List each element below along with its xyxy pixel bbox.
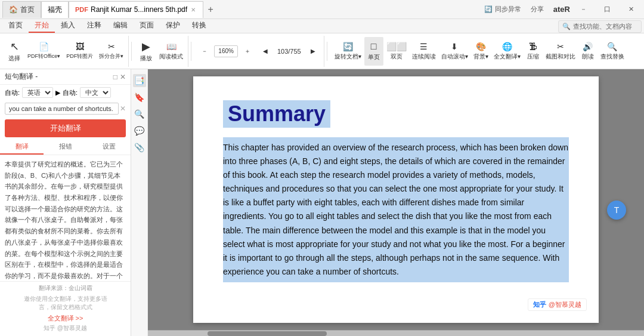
- ribbon-tabs: 首页 开始 插入 注释 编辑 页面 保护 转换 🔍 查找功能、文档内容: [0, 19, 644, 33]
- tab-add-button[interactable]: +: [203, 2, 218, 17]
- prev-page-button[interactable]: ◀: [257, 45, 274, 57]
- zoom-out-button[interactable]: －: [196, 45, 213, 57]
- background-label: 背景▾: [473, 53, 488, 61]
- zhihu-text: @智慕灵越: [549, 300, 581, 309]
- close-button[interactable]: ✕: [620, 1, 642, 18]
- compress-label: 压缩: [527, 53, 539, 61]
- panel-tab-error[interactable]: 报错: [44, 140, 87, 155]
- pdf-comment-icon[interactable]: 💬: [133, 124, 146, 137]
- panel-tab-settings[interactable]: 设置: [87, 140, 131, 155]
- continuous-label: 连续阅读: [412, 53, 436, 61]
- panel-header: 短句翻译 - □ ✕: [0, 69, 131, 85]
- zhihu-icon: 知乎: [533, 300, 546, 309]
- title-right-controls: 🔄 同步异常 分享 ateR － 口 ✕: [484, 1, 642, 18]
- hscroll-thumb[interactable]: [208, 331, 327, 336]
- ribbon-tab-home[interactable]: 首页: [2, 19, 29, 33]
- input-row: ✕: [0, 100, 131, 117]
- tab-foxit[interactable]: 福壳: [41, 1, 69, 18]
- panel-close-icon[interactable]: ✕: [120, 73, 126, 81]
- pdf-to-office-button[interactable]: 📄 PDF转Office▾: [25, 37, 63, 66]
- to-lang-select[interactable]: 中文: [80, 87, 111, 98]
- full-trans-link[interactable]: 全文翻译 >>: [48, 315, 83, 322]
- from-lang-select[interactable]: 英语: [22, 87, 53, 98]
- compress-button[interactable]: 🗜 压缩: [524, 37, 543, 66]
- ribbon-tab-comment[interactable]: 注释: [81, 19, 107, 33]
- toolbar: ↖ 选择 📄 PDF转Office▾ 🖼 PDF转图片 ✂ 拆分合并▾ ▶ 播放…: [0, 33, 644, 69]
- panel-pin-icon[interactable]: □: [113, 73, 117, 81]
- ribbon-tab-start[interactable]: 开始: [29, 19, 55, 33]
- tab-home[interactable]: 🏠 首页: [2, 1, 41, 18]
- ribbon-tab-protect[interactable]: 保护: [160, 19, 186, 33]
- pdf-thumbnail-icon[interactable]: 📑: [133, 74, 146, 87]
- ribbon-tab-insert[interactable]: 插入: [55, 19, 81, 33]
- ribbon-tab-convert[interactable]: 转换: [186, 19, 212, 33]
- search-icon: 🔍: [562, 23, 571, 30]
- title-bar: 🏠 首页 福壳 PDF Ranjit Kumar 5...inners 5th.…: [0, 0, 644, 19]
- pdf-to-image-button[interactable]: 🖼 PDF转图片: [64, 37, 95, 66]
- pdf-bookmark-icon[interactable]: 🔖: [133, 91, 146, 104]
- double-page-button[interactable]: ⬜⬜ 双页: [384, 37, 409, 66]
- tab-foxit-label: 福壳: [48, 5, 62, 15]
- minimize-button[interactable]: －: [572, 1, 594, 18]
- tab-pdf-doc[interactable]: PDF Ranjit Kumar 5...inners 5th.pdf ✕: [69, 1, 203, 18]
- single-page-button[interactable]: □ 单页: [364, 37, 383, 66]
- lang-row: 自动: 英语 ▶ 自动: 中文: [0, 85, 131, 100]
- pdf-viewer: Summary This chapter has provided an ove…: [148, 69, 644, 336]
- search-placeholder: 查找功能、文档内容: [573, 22, 632, 31]
- zhihu-watermark: 知乎 @智慕灵越: [528, 298, 587, 311]
- auto-scroll-button[interactable]: ⬇ 自动滚动▾: [439, 37, 470, 66]
- start-translate-button[interactable]: 开始翻译: [5, 119, 126, 137]
- ribbon-tab-page[interactable]: 页面: [134, 19, 160, 33]
- continuous-button[interactable]: ☰ 连续阅读: [410, 37, 438, 66]
- full-translate-button[interactable]: 🌐 全文翻译▾: [491, 37, 523, 66]
- zoom-group: － 160% ＋ ◀ 103/755 ▶: [194, 36, 324, 67]
- background-icon: 🎨: [476, 42, 486, 51]
- ribbon-tab-edit[interactable]: 编辑: [107, 19, 134, 33]
- screenshot-compare-button[interactable]: ✂ 截图和对比: [543, 37, 578, 66]
- rotate-icon: 🔄: [343, 42, 353, 51]
- pdf-search-icon[interactable]: 🔍: [133, 107, 146, 121]
- watermark-text: 知乎 @智慕灵越: [44, 324, 87, 332]
- find-replace-button[interactable]: 🔍 查找替换: [598, 37, 627, 66]
- search-bar[interactable]: 🔍 查找功能、文档内容: [558, 20, 642, 33]
- single-page-icon: □: [371, 41, 377, 52]
- reading-mode-button[interactable]: 📖 阅读模式: [157, 37, 185, 66]
- auto-label-2: 自动:: [63, 88, 78, 97]
- find-replace-label: 查找替换: [600, 53, 624, 61]
- pdf-attachment-icon[interactable]: 📎: [133, 141, 146, 154]
- select-icon: ↖: [10, 40, 19, 53]
- pdf-office-label: PDF转Office▾: [27, 53, 60, 60]
- translation-input[interactable]: [5, 103, 119, 115]
- compress-icon: 🗜: [529, 42, 537, 51]
- rotate-button[interactable]: 🔄 旋转文档▾: [332, 37, 364, 66]
- double-page-label: 双页: [391, 53, 402, 61]
- split-label: 拆分合并▾: [99, 53, 123, 60]
- pdf-page: Summary This chapter has provided an ove…: [193, 76, 599, 323]
- zoom-level-display[interactable]: 160%: [214, 45, 238, 57]
- panel-title: 短句翻译 -: [5, 72, 38, 82]
- full-translate-icon: 🌐: [502, 42, 512, 51]
- play-icon: ▶: [142, 40, 150, 53]
- arrow-icon: ▶: [55, 89, 60, 97]
- select-label: 选择: [8, 54, 20, 63]
- play-button[interactable]: ▶ 播放: [137, 37, 156, 66]
- background-button[interactable]: 🎨 背景▾: [471, 37, 491, 66]
- horizontal-scrollbar[interactable]: [148, 330, 644, 336]
- floating-translate-button[interactable]: T: [607, 201, 626, 220]
- main-area: 短句翻译 - □ ✕ 自动: 英语 ▶ 自动: 中文 ✕ 开始翻译 翻译 报错 …: [0, 69, 644, 336]
- panel-tabs: 翻译 报错 设置: [0, 140, 131, 155]
- zoom-in-button[interactable]: ＋: [239, 45, 256, 57]
- pdf-image-label: PDF转图片: [66, 53, 93, 60]
- reading-label: 阅读模式: [159, 53, 183, 61]
- input-clear-button[interactable]: ✕: [120, 104, 126, 113]
- auto-scroll-label: 自动滚动▾: [441, 53, 468, 61]
- share-label[interactable]: 分享: [531, 5, 544, 14]
- tab-close-icon[interactable]: ✕: [190, 7, 197, 13]
- select-tool-button[interactable]: ↖ 选择: [5, 37, 24, 66]
- panel-tab-translate[interactable]: 翻译: [0, 140, 44, 155]
- split-merge-button[interactable]: ✂ 拆分合并▾: [97, 37, 126, 66]
- read-aloud-button[interactable]: 🔊 朗读: [578, 37, 597, 66]
- pdf-body: This chapter has provided an overview of…: [223, 137, 569, 282]
- next-page-button[interactable]: ▶: [305, 45, 321, 57]
- restore-button[interactable]: 口: [596, 1, 618, 18]
